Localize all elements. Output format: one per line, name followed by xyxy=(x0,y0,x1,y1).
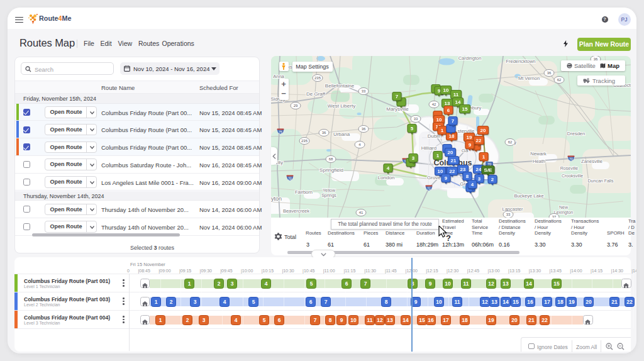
svg-text:Cardington: Cardington xyxy=(458,56,482,61)
svg-text:4: 4 xyxy=(387,165,390,171)
svg-text:1: 1 xyxy=(436,153,440,158)
svg-text:Zanesville: Zanesville xyxy=(581,158,602,164)
svg-text:235: 235 xyxy=(314,76,321,80)
svg-text:S/E: S/E xyxy=(484,167,493,173)
svg-text:37: 37 xyxy=(552,215,557,218)
svg-text:62: 62 xyxy=(557,78,562,82)
svg-text:3: 3 xyxy=(478,176,481,182)
svg-text:18: 18 xyxy=(449,133,455,139)
svg-text:West Liberty: West Liberty xyxy=(328,103,355,109)
svg-text:33: 33 xyxy=(414,117,418,121)
svg-text:14: 14 xyxy=(455,99,461,105)
svg-text:6: 6 xyxy=(447,108,450,113)
svg-text:?: ? xyxy=(446,233,451,242)
svg-text:36: 36 xyxy=(362,127,366,131)
svg-text:33: 33 xyxy=(362,89,366,93)
svg-text:Bellefontaine: Bellefontaine xyxy=(325,83,355,89)
svg-text:9: 9 xyxy=(469,142,472,148)
svg-text:Lancaster: Lancaster xyxy=(502,206,523,212)
svg-text:2: 2 xyxy=(491,177,494,182)
svg-text:29: 29 xyxy=(294,104,298,108)
svg-text:71: 71 xyxy=(427,187,431,191)
svg-text:Newark: Newark xyxy=(530,151,547,157)
svg-text:22: 22 xyxy=(476,138,482,143)
svg-text:70: 70 xyxy=(288,177,292,181)
svg-text:10: 10 xyxy=(443,87,449,93)
svg-text:13: 13 xyxy=(445,101,450,106)
svg-text:22: 22 xyxy=(450,169,455,174)
svg-text:3: 3 xyxy=(412,155,415,161)
svg-text:4: 4 xyxy=(471,182,474,187)
svg-text:New: New xyxy=(559,205,569,209)
svg-text:Duncan Falls: Duncan Falls xyxy=(588,179,614,183)
svg-text:nbury: nbury xyxy=(470,105,482,111)
svg-text:Roseville: Roseville xyxy=(560,166,579,170)
svg-text:Heath: Heath xyxy=(533,158,545,164)
svg-text:11: 11 xyxy=(453,92,459,97)
svg-text:De Graff: De Graff xyxy=(306,91,326,97)
svg-text:Springfield: Springfield xyxy=(319,167,343,173)
svg-text:7: 7 xyxy=(452,118,455,124)
svg-text:75: 75 xyxy=(279,131,282,134)
svg-text:21: 21 xyxy=(451,158,457,164)
svg-text:Fredericktown: Fredericktown xyxy=(506,58,535,64)
svg-text:Hilliard: Hilliard xyxy=(421,145,436,151)
svg-text:68: 68 xyxy=(329,157,333,161)
svg-text:1: 1 xyxy=(441,128,444,133)
svg-text:Buckeye Lake: Buckeye Lake xyxy=(514,193,543,199)
svg-text:8: 8 xyxy=(466,174,469,179)
svg-text:23: 23 xyxy=(460,167,466,172)
svg-text:Marysville: Marysville xyxy=(386,106,409,112)
svg-text:5: 5 xyxy=(411,126,414,131)
svg-text:36: 36 xyxy=(322,131,326,135)
svg-text:41: 41 xyxy=(359,211,364,214)
svg-text:36: 36 xyxy=(547,71,552,75)
svg-text:Beavercreek: Beavercreek xyxy=(283,208,309,214)
svg-text:Mt Vernon: Mt Vernon xyxy=(518,75,540,81)
svg-text:10: 10 xyxy=(438,169,443,174)
svg-text:Fairborn: Fairborn xyxy=(295,189,313,195)
svg-text:ayton: ayton xyxy=(271,196,282,202)
svg-text:10: 10 xyxy=(436,117,442,123)
svg-text:9: 9 xyxy=(445,175,448,181)
svg-text:7: 7 xyxy=(396,94,399,99)
svg-text:15: 15 xyxy=(462,106,468,112)
svg-text:20: 20 xyxy=(480,128,486,133)
svg-text:24: 24 xyxy=(476,167,482,172)
svg-text:London: London xyxy=(378,175,395,181)
svg-text:1: 1 xyxy=(482,154,486,160)
svg-text:19: 19 xyxy=(467,135,472,140)
svg-text:Springs: Springs xyxy=(321,193,336,198)
svg-text:Dresden: Dresden xyxy=(567,131,585,136)
svg-text:70: 70 xyxy=(569,158,573,161)
svg-text:42: 42 xyxy=(432,103,436,106)
svg-text:Crooksville: Crooksville xyxy=(562,174,583,178)
svg-text:33: 33 xyxy=(506,213,511,216)
svg-text:62: 62 xyxy=(508,140,513,144)
svg-text:Urbana: Urbana xyxy=(333,131,350,137)
svg-text:20: 20 xyxy=(448,150,453,155)
svg-text:235: 235 xyxy=(301,139,308,143)
svg-text:Yellow: Yellow xyxy=(323,188,336,192)
